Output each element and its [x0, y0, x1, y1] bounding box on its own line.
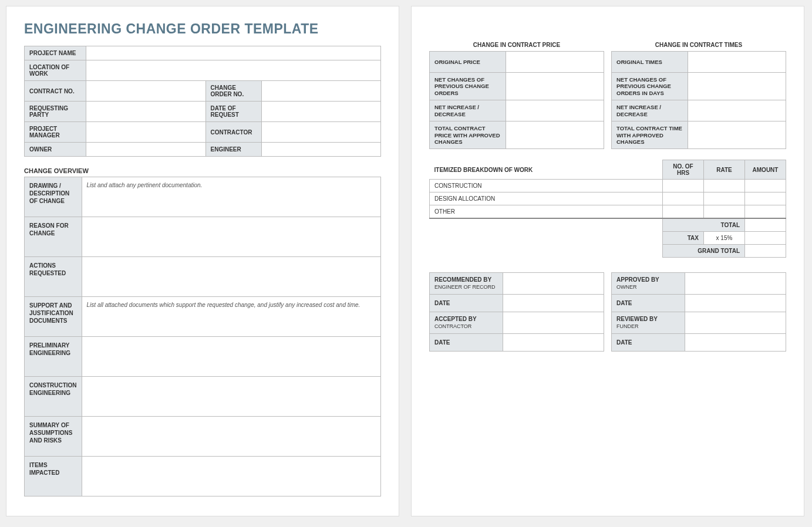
overview-label: ITEMS IMPACTED — [25, 457, 82, 496]
recommended-by-field[interactable] — [503, 273, 604, 295]
times-value-field[interactable] — [688, 52, 786, 73]
approved-by-label: APPROVED BYOWNER — [612, 273, 685, 295]
grand-total-row: GRAND TOTAL — [430, 245, 786, 258]
price-value-field[interactable] — [506, 100, 604, 121]
date-of-request-field[interactable] — [261, 102, 381, 122]
times-label: NET CHANGES OF PREVIOUS CHANGE ORDERS IN… — [612, 73, 688, 100]
times-column: CHANGE IN CONTRACT TIMES ORIGINAL TIMES … — [611, 42, 786, 149]
times-value-field[interactable] — [688, 73, 786, 100]
table-row: DATE — [430, 334, 604, 352]
table-row: CONSTRUCTION — [430, 180, 786, 192]
project-manager-label: PROJECT MANAGER — [25, 122, 86, 143]
times-value-field[interactable] — [688, 100, 786, 121]
date-field[interactable] — [685, 334, 786, 352]
price-value-field[interactable] — [506, 52, 604, 73]
price-label: TOTAL CONTRACT PRICE WITH APPROVED CHANG… — [430, 121, 506, 149]
recommended-by-label: RECOMMENDED BYENGINEER OF RECORD — [430, 273, 503, 295]
contractor-field[interactable] — [261, 122, 381, 143]
times-label: NET INCREASE / DECREASE — [612, 100, 688, 121]
amount-header: AMOUNT — [745, 160, 786, 180]
overview-content-field[interactable] — [82, 417, 380, 457]
date-field[interactable] — [503, 334, 604, 352]
item-amount-field[interactable] — [745, 180, 786, 192]
date-of-request-label: DATE OF REQUEST — [205, 102, 261, 122]
tax-amount-field[interactable] — [745, 232, 786, 245]
contractor-label: CONTRACTOR — [205, 122, 261, 143]
table-row: OTHER — [430, 205, 786, 219]
item-rate-field[interactable] — [704, 180, 745, 192]
item-rate-field[interactable] — [704, 192, 745, 205]
overview-label: SUPPORT AND JUSTIFICATION DOCUMENTS — [25, 297, 82, 337]
requesting-party-field[interactable] — [86, 102, 206, 122]
item-desc: OTHER — [430, 205, 663, 219]
owner-field[interactable] — [86, 143, 206, 157]
table-row: NET INCREASE / DECREASE — [612, 100, 786, 121]
accepted-by-field[interactable] — [503, 312, 604, 334]
owner-label: OWNER — [25, 143, 86, 157]
project-info-table: PROJECT NAME LOCATION OF WORK CONTRACT N… — [24, 46, 381, 157]
project-name-field[interactable] — [86, 46, 381, 60]
item-hrs-field[interactable] — [663, 180, 704, 192]
overview-label: CONSTRUCTION ENGINEERING — [25, 377, 82, 417]
table-row: ITEMS IMPACTED — [25, 457, 381, 496]
location-field[interactable] — [86, 60, 381, 81]
reviewed-by-field[interactable] — [685, 312, 786, 334]
overview-content-field[interactable] — [82, 337, 380, 377]
item-hrs-field[interactable] — [663, 192, 704, 205]
project-manager-field[interactable] — [86, 122, 206, 143]
location-label: LOCATION OF WORK — [25, 60, 86, 81]
approved-by-field[interactable] — [685, 273, 786, 295]
overview-content-field[interactable]: List and attach any pertinent documentat… — [82, 177, 380, 217]
overview-content-field[interactable]: List all attached documents which suppor… — [82, 297, 380, 337]
tax-rate-value: x 15% — [704, 232, 745, 245]
table-row: REVIEWED BYFUNDER — [612, 312, 786, 334]
page-2: CHANGE IN CONTRACT PRICE ORIGINAL PRICE … — [411, 6, 804, 516]
contract-no-field[interactable] — [86, 81, 206, 102]
overview-content-field[interactable] — [82, 257, 380, 297]
table-row: ACCEPTED BYCONTRACTOR — [430, 312, 604, 334]
price-title: CHANGE IN CONTRACT PRICE — [429, 42, 604, 48]
price-value-field[interactable] — [506, 73, 604, 100]
overview-label: DRAWING / DESCRIPTION OF CHANGE — [25, 177, 82, 217]
total-field[interactable] — [745, 218, 786, 232]
overview-content-field[interactable] — [82, 217, 380, 257]
overview-content-field[interactable] — [82, 377, 380, 417]
table-row: DATE — [430, 295, 604, 312]
table-row: LOCATION OF WORK — [25, 60, 381, 81]
table-row: RECOMMENDED BYENGINEER OF RECORD — [430, 273, 604, 295]
table-row: DATE — [612, 295, 786, 312]
page-1: ENGINEERING CHANGE ORDER TEMPLATE PROJEC… — [6, 6, 399, 516]
price-column: CHANGE IN CONTRACT PRICE ORIGINAL PRICE … — [429, 42, 604, 149]
price-label: ORIGINAL PRICE — [430, 52, 506, 73]
item-hrs-field[interactable] — [663, 205, 704, 219]
item-amount-field[interactable] — [745, 192, 786, 205]
grand-total-field[interactable] — [745, 245, 786, 258]
price-value-field[interactable] — [506, 121, 604, 149]
date-label: DATE — [430, 295, 503, 312]
table-row: REASON FOR CHANGE — [25, 217, 381, 257]
table-row: CONSTRUCTION ENGINEERING — [25, 377, 381, 417]
date-field[interactable] — [503, 295, 604, 312]
engineer-field[interactable] — [261, 143, 381, 157]
overview-content-field[interactable] — [82, 457, 380, 496]
item-amount-field[interactable] — [745, 205, 786, 219]
two-page-container: ENGINEERING CHANGE ORDER TEMPLATE PROJEC… — [6, 6, 806, 516]
table-row: ORIGINAL TIMES — [612, 52, 786, 73]
item-rate-field[interactable] — [704, 205, 745, 219]
times-value-field[interactable] — [688, 121, 786, 149]
table-row: CONTRACT NO. CHANGE ORDER NO. — [25, 81, 381, 102]
table-row: PRELIMINARY ENGINEERING — [25, 337, 381, 377]
document-title: ENGINEERING CHANGE ORDER TEMPLATE — [24, 21, 381, 37]
table-row: REQUESTING PARTY DATE OF REQUEST — [25, 102, 381, 122]
itemized-title: ITEMIZED BREAKDOWN OF WORK — [430, 160, 663, 180]
change-order-no-field[interactable] — [261, 81, 381, 102]
date-field[interactable] — [685, 295, 786, 312]
overview-label: REASON FOR CHANGE — [25, 217, 82, 257]
table-row: ACTIONS REQUESTED — [25, 257, 381, 297]
item-desc: DESIGN ALLOCATION — [430, 192, 663, 205]
accepted-by-label: ACCEPTED BYCONTRACTOR — [430, 312, 503, 334]
total-row: TOTAL — [430, 218, 786, 232]
table-row: DESIGN ALLOCATION — [430, 192, 786, 205]
times-label: TOTAL CONTRACT TIME WITH APPROVED CHANGE… — [612, 121, 688, 149]
price-times-section: CHANGE IN CONTRACT PRICE ORIGINAL PRICE … — [429, 42, 786, 149]
